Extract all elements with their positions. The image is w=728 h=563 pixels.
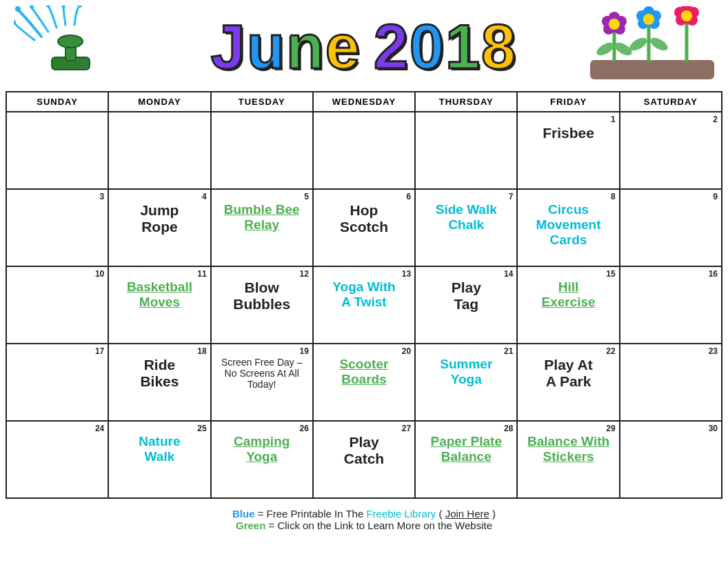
table-row: 15HillExercise xyxy=(517,266,619,344)
svg-rect-9 xyxy=(590,60,714,79)
blue-label: Blue xyxy=(232,508,255,520)
cell-activity[interactable]: Side WalkChalk xyxy=(419,202,513,233)
day-number: 16 xyxy=(709,269,718,279)
day-number: 17 xyxy=(95,346,104,356)
footer-text3: ) xyxy=(492,508,496,520)
day-number: 28 xyxy=(504,424,513,433)
table-row: 23 xyxy=(620,344,722,421)
day-number: 2 xyxy=(713,115,718,124)
table-row: 8Circus MovementCards xyxy=(517,189,619,266)
day-number: 18 xyxy=(197,346,206,356)
table-row: 29Balance WithStickers xyxy=(517,421,619,498)
svg-point-6 xyxy=(61,6,65,8)
svg-point-2 xyxy=(58,35,83,48)
col-sunday: SUNDAY xyxy=(6,92,108,112)
cell-activity: Play AtA Park xyxy=(521,357,615,390)
cell-activity[interactable]: BasketballMoves xyxy=(112,279,206,310)
table-row: 13Yoga WithA Twist xyxy=(313,266,415,344)
footer-text4: = Click on the Link to Learn More on the… xyxy=(269,520,493,531)
table-row: 14PlayTag xyxy=(415,266,517,344)
table-row xyxy=(6,112,108,189)
green-label: Green xyxy=(236,520,265,531)
svg-point-37 xyxy=(681,10,692,21)
day-number: 23 xyxy=(709,346,718,356)
day-number: 26 xyxy=(299,424,308,433)
day-number: 27 xyxy=(402,424,411,433)
calendar-title: J u n e 2 0 1 8 xyxy=(211,16,517,78)
svg-point-30 xyxy=(643,14,654,25)
col-thursday: THURSDAY xyxy=(415,92,517,112)
table-row: 6HopScotch xyxy=(313,189,415,266)
footer-text2: ( xyxy=(438,508,442,520)
table-row: 2 xyxy=(620,112,722,189)
table-row xyxy=(108,112,210,189)
cell-activity[interactable]: Paper PlateBalance xyxy=(419,434,513,464)
day-number: 9 xyxy=(713,192,718,201)
cell-activity[interactable]: NatureWalk xyxy=(112,434,206,464)
table-row: 22Play AtA Park xyxy=(517,344,619,421)
join-here-link[interactable]: Join Here xyxy=(445,508,489,520)
cell-activity[interactable]: SummerYoga xyxy=(419,357,513,387)
day-number: 20 xyxy=(402,346,411,356)
cell-activity: Frisbee xyxy=(521,125,615,141)
sprinkler-icon xyxy=(14,6,124,90)
table-row xyxy=(415,112,517,189)
table-row: 9 xyxy=(620,189,722,266)
table-row: 20ScooterBoards xyxy=(313,344,415,421)
col-friday: FRIDAY xyxy=(517,92,619,112)
cell-activity[interactable]: Balance WithStickers xyxy=(521,434,615,464)
cell-activity[interactable]: HillExercise xyxy=(521,279,615,310)
table-row: 17 xyxy=(6,344,108,421)
cell-activity[interactable]: Bumble BeeRelay xyxy=(215,202,309,233)
cell-activity: PlayTag xyxy=(419,279,513,313)
cell-activity: JumpRope xyxy=(112,202,206,235)
table-row: 16 xyxy=(620,266,722,344)
table-row: 21SummerYoga xyxy=(415,344,517,421)
footer-line1: Blue = Free Printable In The Freebie Lib… xyxy=(0,508,728,520)
day-number: 22 xyxy=(606,346,615,356)
freebie-library-link[interactable]: Freebie Library xyxy=(366,508,436,520)
svg-point-16 xyxy=(648,35,669,53)
table-row: 25NatureWalk xyxy=(108,421,210,498)
table-row: 4JumpRope xyxy=(108,189,210,266)
day-number: 14 xyxy=(504,269,513,279)
cell-activity: BlowBubbles xyxy=(215,279,309,313)
day-number: 25 xyxy=(197,424,206,433)
cell-activity[interactable]: Yoga WithA Twist xyxy=(317,279,411,310)
day-number: 30 xyxy=(709,424,718,433)
cell-activity: PlayCatch xyxy=(317,434,411,467)
table-row: 1Frisbee xyxy=(517,112,619,189)
footer: Blue = Free Printable In The Freebie Lib… xyxy=(0,502,728,534)
table-row: 26CampingYoga xyxy=(211,421,313,498)
day-number: 29 xyxy=(606,424,615,433)
day-number: 4 xyxy=(202,192,207,201)
table-row: 12BlowBubbles xyxy=(211,266,313,344)
svg-point-3 xyxy=(15,6,21,12)
table-row: 24 xyxy=(6,421,108,498)
cell-activity[interactable]: CampingYoga xyxy=(215,434,309,464)
table-row: 10 xyxy=(6,266,108,344)
table-row: 28Paper PlateBalance xyxy=(415,421,517,498)
table-row: 19Screen Free Day – No Screens At All To… xyxy=(211,344,313,421)
day-number: 15 xyxy=(606,269,615,279)
svg-point-23 xyxy=(609,19,620,30)
header: J u n e 2 0 1 8 xyxy=(0,0,728,90)
calendar-wrapper: SUNDAY MONDAY TUESDAY WEDNESDAY THURSDAY… xyxy=(0,90,728,502)
col-saturday: SATURDAY xyxy=(620,92,722,112)
day-number: 6 xyxy=(406,192,411,201)
day-number: 1 xyxy=(611,115,616,124)
day-number: 13 xyxy=(402,269,411,279)
day-number: 12 xyxy=(299,269,308,279)
table-row: 27PlayCatch xyxy=(313,421,415,498)
day-number: 7 xyxy=(509,192,514,201)
table-row: 11BasketballMoves xyxy=(108,266,210,344)
table-row xyxy=(211,112,313,189)
cell-activity[interactable]: ScooterBoards xyxy=(317,357,411,387)
day-number: 21 xyxy=(504,346,513,356)
day-number: 19 xyxy=(299,346,308,356)
cell-activity[interactable]: Circus MovementCards xyxy=(521,202,615,248)
cell-activity: HopScotch xyxy=(317,202,411,235)
calendar-table: SUNDAY MONDAY TUESDAY WEDNESDAY THURSDAY… xyxy=(6,91,722,499)
table-row: 3 xyxy=(6,189,108,266)
day-number: 8 xyxy=(611,192,616,201)
